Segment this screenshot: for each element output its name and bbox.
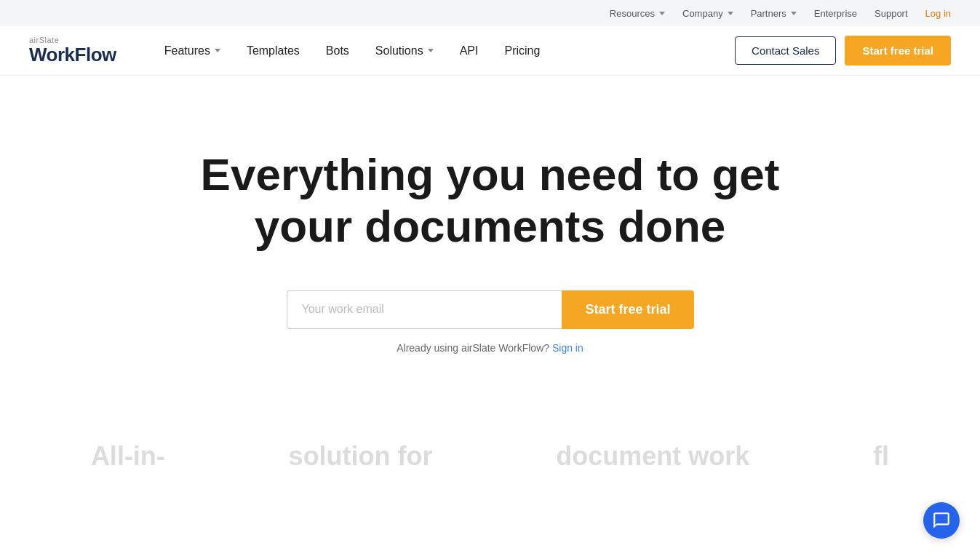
topbar-enterprise[interactable]: Enterprise	[814, 8, 857, 19]
nav-right: Contact Sales Start free trial	[735, 36, 951, 66]
start-free-trial-nav-button[interactable]: Start free trial	[845, 36, 951, 66]
bottom-text-1: All-in-	[91, 441, 165, 470]
chevron-down-icon	[215, 49, 220, 52]
hero-title: Everything you need to get your document…	[201, 148, 780, 253]
chevron-down-icon	[659, 12, 665, 15]
logo[interactable]: airSlate WorkFlow	[29, 36, 116, 66]
logo-workflow: WorkFlow	[29, 44, 116, 66]
bottom-text-4: fl	[873, 441, 889, 470]
signin-link[interactable]: Sign in	[552, 342, 583, 354]
main-nav: airSlate WorkFlow Features Templates Bot…	[0, 26, 980, 76]
topbar-support[interactable]: Support	[875, 8, 908, 19]
email-input[interactable]	[287, 290, 562, 329]
topbar-company[interactable]: Company	[682, 8, 733, 19]
nav-links: Features Templates Bots Solutions API Pr…	[151, 44, 735, 58]
nav-templates[interactable]: Templates	[234, 44, 313, 58]
chevron-down-icon	[728, 12, 733, 15]
contact-sales-button[interactable]: Contact Sales	[735, 36, 836, 65]
nav-bots[interactable]: Bots	[313, 44, 362, 58]
topbar-resources[interactable]: Resources	[610, 8, 665, 19]
topbar-login[interactable]: Log in	[925, 8, 951, 19]
chat-button[interactable]	[923, 502, 960, 539]
top-bar: Resources Company Partners Enterprise Su…	[0, 0, 980, 26]
bottom-partial-section: All-in- solution for document work fl	[0, 412, 980, 470]
signin-text: Already using airSlate WorkFlow? Sign in	[397, 342, 583, 354]
chat-icon	[932, 511, 951, 530]
nav-pricing[interactable]: Pricing	[491, 44, 553, 58]
nav-solutions[interactable]: Solutions	[362, 44, 447, 58]
hero-form: Start free trial	[287, 290, 694, 329]
nav-features[interactable]: Features	[151, 44, 234, 58]
hero-section: Everything you need to get your document…	[0, 76, 980, 412]
bottom-text-3: document work	[556, 441, 749, 470]
topbar-partners[interactable]: Partners	[751, 8, 797, 19]
start-free-trial-hero-button[interactable]: Start free trial	[562, 290, 693, 329]
bottom-text-2: solution for	[289, 441, 433, 470]
nav-api[interactable]: API	[447, 44, 492, 58]
chevron-down-icon	[791, 12, 797, 15]
chevron-down-icon	[428, 49, 434, 52]
